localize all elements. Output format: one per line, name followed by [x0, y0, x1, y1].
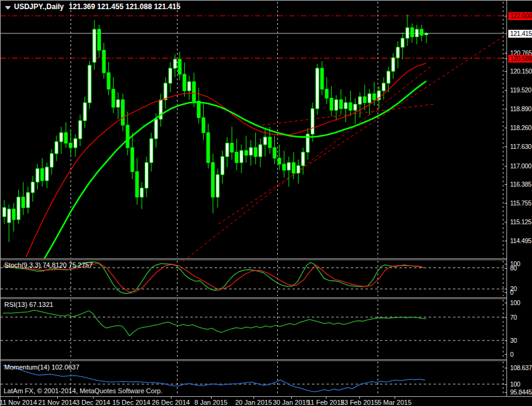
price-tick-label: 115.125	[510, 218, 531, 225]
axis-tick-mark	[505, 128, 507, 128]
axis-tick-mark	[505, 16, 507, 16]
price-tick-label: 119.520	[510, 86, 531, 94]
date-tick-label: 15 Dec 2014	[112, 399, 150, 406]
axis-tick-mark	[131, 397, 132, 399]
axis-tick-mark	[505, 340, 507, 341]
panel-splitter-stoch[interactable]	[1, 258, 506, 261]
axis-tick-mark	[505, 58, 507, 59]
rsi-indicator-label: RSI(13) 67.1321	[4, 301, 54, 308]
indicator-scale-label: 95.8445	[510, 388, 532, 396]
price-level-badge: 122.000	[508, 12, 532, 20]
axis-tick-mark	[505, 166, 507, 167]
chart-window: USDJPY.,Daily121.369 121.455 121.088 121…	[0, 0, 532, 406]
symbol-timeframe-label: USDJPY.,Daily	[14, 2, 64, 11]
panel-splitter-momentum[interactable]	[1, 359, 506, 362]
axis-tick-mark	[505, 241, 507, 241]
price-tick-label: 114.495	[510, 237, 531, 244]
date-tick-label: 30 Jan 2015	[273, 399, 310, 406]
date-tick-label: 21 Nov 2014	[38, 399, 76, 406]
axis-tick-mark	[505, 317, 507, 318]
indicator-scale-label: 100	[510, 299, 520, 306]
indicator-scale-label: 80	[510, 264, 517, 272]
copyright-text: LatAm FX, © 2001-2014, MetaQuotes Softwa…	[4, 387, 162, 394]
chart-canvas[interactable]	[1, 1, 506, 406]
axis-tick-mark	[505, 268, 507, 269]
axis-tick-mark	[505, 368, 507, 368]
axis-tick-mark	[359, 397, 360, 399]
axis-tick-mark	[291, 397, 292, 399]
axis-tick-mark	[93, 397, 94, 399]
stoch-indicator-label: Stoch(9,3,3) 74.8120 75.2757	[4, 261, 93, 269]
axis-tick-mark	[18, 397, 19, 399]
date-tick-label: 5 Mar 2015	[378, 399, 412, 406]
date-tick-label: 11 Feb 2015	[308, 399, 345, 406]
axis-tick-mark	[505, 90, 507, 91]
axis-tick-mark	[505, 392, 507, 393]
price-level-badge: 121.415	[508, 30, 532, 38]
axis-tick-mark	[505, 53, 507, 53]
price-chart-panel[interactable]: USDJPY.,Daily121.369 121.455 121.088 121…	[1, 1, 506, 406]
axis-tick-mark	[505, 203, 507, 204]
axis-tick-mark	[505, 292, 507, 293]
price-level-badge: 120.589	[508, 55, 532, 63]
date-tick-label: 3 Dec 2014	[76, 399, 110, 406]
axis-tick-mark	[254, 397, 254, 399]
axis-tick-mark	[505, 354, 507, 355]
axis-tick-mark	[505, 71, 507, 72]
date-tick-label: 23 Feb 2015	[340, 399, 378, 406]
price-tick-label: 117.000	[510, 162, 531, 170]
date-tick-label: 26 Dec 2014	[152, 399, 190, 406]
date-axis[interactable]: 11 Nov 201421 Nov 20143 Dec 201415 Dec 2…	[1, 396, 532, 406]
price-tick-label: 118.890	[510, 105, 531, 112]
axis-tick-mark	[57, 397, 58, 399]
axis-tick-mark	[505, 384, 507, 385]
axis-tick-mark	[505, 264, 507, 264]
ohlc-values: 121.369 121.455 121.088 121.415	[69, 2, 181, 11]
indicator-scale-label: 70	[510, 314, 517, 321]
indicator-scale-label: 108.6378	[510, 364, 532, 371]
axis-tick-mark	[505, 146, 507, 147]
date-tick-label: 8 Jan 2015	[195, 399, 227, 406]
axis-tick-mark	[505, 289, 507, 289]
axis-tick-mark	[505, 184, 507, 185]
axis-tick-mark	[211, 397, 212, 399]
axis-tick-mark	[395, 397, 395, 399]
indicator-scale-label: 100	[510, 380, 520, 388]
price-tick-label: 118.260	[510, 124, 531, 131]
symbol-dropdown-icon[interactable]	[5, 6, 11, 10]
price-tick-label: 120.150	[510, 67, 532, 75]
indicator-scale-label: 0	[510, 289, 514, 296]
axis-tick-mark	[505, 303, 507, 303]
panel-splitter-rsi[interactable]	[1, 297, 506, 300]
axis-tick-mark	[171, 397, 171, 399]
date-tick-label: 20 Jan 2015	[235, 399, 272, 406]
price-axis[interactable]: 122.000121.415120.765120.589120.150119.5…	[506, 1, 532, 396]
indicator-scale-label: 30	[510, 337, 517, 344]
chart-title: USDJPY.,Daily121.369 121.455 121.088 121…	[14, 2, 181, 11]
axis-tick-mark	[505, 109, 507, 109]
date-tick-label: 11 Nov 2014	[0, 399, 37, 406]
price-tick-label: 115.755	[510, 199, 531, 207]
price-tick-label: 117.630	[510, 143, 531, 150]
indicator-scale-label: 0	[510, 351, 514, 358]
axis-tick-mark	[326, 397, 326, 399]
momentum-indicator-label: Momentum(14) 102.0637	[4, 363, 80, 371]
price-tick-label: 116.385	[510, 181, 531, 188]
axis-tick-mark	[505, 33, 507, 34]
axis-tick-mark	[505, 222, 507, 222]
